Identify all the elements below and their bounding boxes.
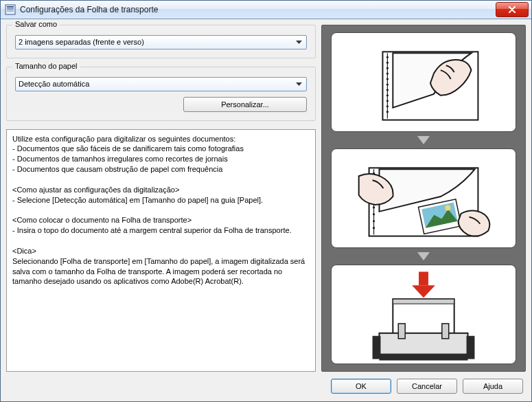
svg-point-8	[386, 67, 388, 69]
svg-point-27	[373, 227, 375, 228]
svg-point-25	[373, 213, 375, 214]
svg-point-14	[386, 100, 388, 101]
svg-marker-33	[412, 285, 435, 298]
help-text-box: Utilize esta configuração para digitaliz…	[6, 129, 316, 372]
arrow-down-icon	[417, 136, 430, 144]
red-arrow-icon	[412, 271, 435, 298]
svg-rect-32	[419, 271, 428, 285]
svg-point-12	[386, 89, 388, 91]
svg-rect-39	[379, 353, 467, 360]
chevron-down-icon	[294, 80, 303, 88]
svg-point-6	[386, 56, 388, 58]
svg-rect-35	[393, 299, 454, 304]
svg-point-26	[373, 220, 375, 221]
help-button[interactable]: Ajuda	[463, 379, 523, 394]
paper-size-legend: Tamanho do papel	[12, 62, 80, 70]
svg-rect-1	[7, 6, 14, 8]
svg-point-11	[386, 84, 388, 85]
window-title: Configurações da Folha de transporte	[20, 5, 496, 14]
close-icon	[508, 6, 516, 13]
svg-point-7	[386, 62, 388, 63]
svg-rect-3	[7, 10, 14, 12]
svg-rect-2	[7, 8, 14, 10]
dialog-body: Salvar como 2 imagens separadas (frente …	[1, 19, 531, 377]
illustration-insert-document	[331, 148, 516, 248]
paper-size-combo[interactable]: Detecção automática	[15, 77, 307, 91]
chevron-down-icon	[294, 38, 303, 46]
svg-point-13	[386, 94, 388, 96]
svg-rect-40	[398, 323, 405, 338]
svg-point-24	[373, 207, 375, 208]
svg-point-16	[386, 111, 388, 112]
cancel-button[interactable]: Cancelar	[397, 379, 457, 394]
ok-button[interactable]: OK	[331, 379, 391, 394]
paper-size-selected: Detecção automática	[19, 80, 294, 88]
customize-row: Personalizar...	[15, 97, 307, 112]
arrow-down-icon	[417, 252, 430, 260]
save-as-selected: 2 imagens separadas (frente e verso)	[19, 38, 294, 46]
close-button[interactable]	[496, 2, 529, 17]
title-bar: Configurações da Folha de transporte	[1, 1, 531, 19]
group-save-as: Salvar como 2 imagens separadas (frente …	[6, 25, 316, 58]
save-as-legend: Salvar como	[12, 20, 60, 28]
save-as-combo[interactable]: 2 imagens separadas (frente e verso)	[15, 35, 307, 49]
svg-point-10	[386, 78, 388, 80]
svg-point-15	[386, 105, 388, 107]
dialog-window: Configurações da Folha de transporte Sal…	[0, 0, 532, 402]
illustration-panel	[321, 25, 526, 372]
app-icon	[5, 4, 16, 15]
customize-button[interactable]: Personalizar...	[183, 97, 307, 112]
svg-point-9	[386, 73, 388, 74]
dialog-footer: OK Cancelar Ajuda	[1, 377, 531, 401]
illustration-insert-scanner	[331, 265, 516, 364]
group-paper-size: Tamanho do papel Detecção automática Per…	[6, 67, 316, 121]
illustration-open-sheet	[331, 32, 516, 132]
left-panel: Salvar como 2 imagens separadas (frente …	[6, 25, 316, 372]
svg-rect-41	[442, 323, 449, 338]
svg-rect-36	[379, 333, 467, 356]
